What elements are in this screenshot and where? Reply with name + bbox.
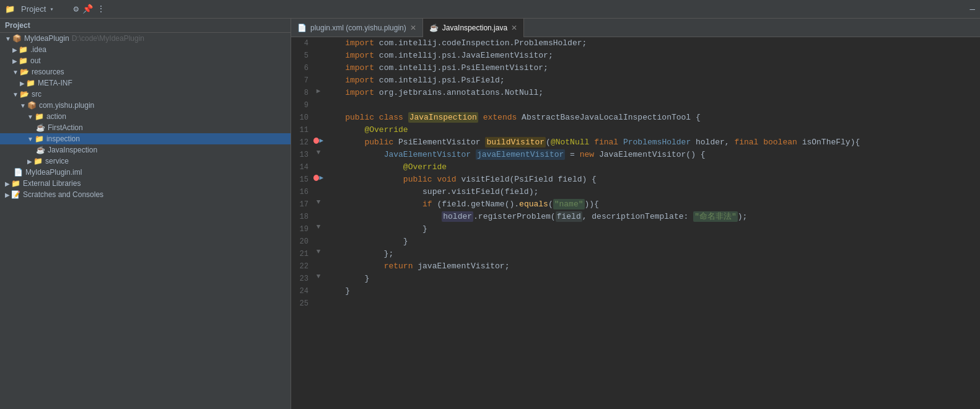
code-content: super.visitField(field); <box>323 186 980 198</box>
code-content: if (field.getName().equals("name")){ <box>323 198 980 211</box>
sidebar-item-inspection[interactable]: 📁 inspection <box>0 133 291 144</box>
minimize-button[interactable]: — <box>970 4 975 14</box>
code-editor[interactable]: 4 import com.intellij.codeInspection.Pro… <box>291 37 980 409</box>
project-label[interactable]: Project <box>21 4 46 14</box>
breakpoint-icon2[interactable] <box>313 175 319 181</box>
sidebar-item-first-action[interactable]: ☕ FirstAction <box>0 122 291 133</box>
sidebar-item-scratches[interactable]: 📝 Scratches and Consoles <box>0 189 291 200</box>
sidebar-header: Project <box>0 19 291 33</box>
code-content: } <box>323 235 980 248</box>
fold-icon3[interactable]: ▼ <box>317 198 321 206</box>
fold-icon[interactable]: ▶ <box>317 87 321 95</box>
code-content: public void visitField(PsiField field) { <box>323 174 980 186</box>
tree-arrow <box>27 136 33 143</box>
code-line-19: 19 ▼ } <box>291 223 980 235</box>
project-dropdown-icon[interactable]: ▾ <box>50 6 53 13</box>
code-line-7: 7 import com.intellij.psi.PsiField; <box>291 74 980 87</box>
sidebar-item-label: service <box>45 157 69 165</box>
more-icon[interactable]: ⋮ <box>97 4 105 14</box>
resources-folder-icon: 📂 <box>20 68 29 76</box>
tab-close-button[interactable]: ✕ <box>511 24 517 32</box>
line-number: 8 <box>291 87 313 99</box>
code-line-12: 12 ▶ public PsiElementVisitor buildVisit… <box>291 136 980 149</box>
sidebar-item-label: resources <box>32 68 64 76</box>
tabs-bar: 📄 plugin.xml (com.yishu.plugin) ✕ ☕ Java… <box>291 19 980 37</box>
sidebar-path: D:\code\MyIdeaPlugin <box>72 34 144 43</box>
sidebar-item-label: Scratches and Consoles <box>23 190 103 199</box>
line-number: 15 <box>291 174 313 186</box>
code-content: import com.intellij.psi.PsiElementVisito… <box>323 62 980 74</box>
main-content: Project 📦 MyIdeaPlugin D:\code\MyIdeaPlu… <box>0 19 980 409</box>
tree-arrow <box>27 158 32 165</box>
sidebar-item-src[interactable]: 📂 src <box>0 89 291 100</box>
sidebar-item-label: META-INF <box>38 79 72 87</box>
sidebar-item-service[interactable]: 📁 service <box>0 156 291 167</box>
line-number: 16 <box>291 186 313 198</box>
scratches-icon: 📝 <box>11 190 20 199</box>
code-line-20: 20 } <box>291 235 980 248</box>
code-line-18: 18 holder.registerProblem(field, descrip… <box>291 211 980 223</box>
folder-icon: 📁 <box>35 112 44 121</box>
code-content: JavaElementVisitor javaElementVisitor = … <box>323 149 980 161</box>
line-number: 5 <box>291 50 313 62</box>
folder-icon: 📁 <box>33 157 43 165</box>
title-bar: 📁 Project ▾ ⚙ 📌 ⋮ — <box>0 0 980 19</box>
sidebar: Project 📦 MyIdeaPlugin D:\code\MyIdeaPlu… <box>0 19 291 409</box>
sidebar-item-meta-inf[interactable]: 📁 META-INF <box>0 77 291 89</box>
sidebar-item-myideaplugin[interactable]: 📦 MyIdeaPlugin D:\code\MyIdeaPlugin <box>0 33 291 44</box>
line-number: 17 <box>291 198 313 211</box>
sidebar-item-external-libraries[interactable]: 📁 External Libraries <box>0 178 291 189</box>
line-number: 25 <box>291 297 313 310</box>
tab-java-inspection[interactable]: ☕ JavaInspection.java ✕ <box>423 19 524 37</box>
code-content: holder.registerProblem(field, descriptio… <box>323 211 980 223</box>
gutter: ▼ <box>313 248 323 255</box>
sidebar-item-label: MyIdeaPlugin.iml <box>25 168 82 177</box>
tree-arrow <box>5 35 11 42</box>
line-number: 13 <box>291 149 313 161</box>
line-number: 23 <box>291 273 313 285</box>
sidebar-item-out[interactable]: 📁 out <box>0 55 291 66</box>
fold-icon[interactable]: ▼ <box>317 149 321 156</box>
code-line-14: 14 @Override <box>291 161 980 174</box>
fold-icon5[interactable]: ▼ <box>317 248 321 255</box>
sidebar-item-label: FirstAction <box>48 123 83 132</box>
sidebar-item-java-inspection[interactable]: ☕ JavaInspection <box>0 144 291 156</box>
folder-icon: 📁 <box>19 56 28 65</box>
line-number: 11 <box>291 124 313 136</box>
gutter: ▶ <box>313 174 323 182</box>
tab-plugin-xml[interactable]: 📄 plugin.xml (com.yishu.plugin) ✕ <box>291 19 423 37</box>
line-number: 14 <box>291 161 313 174</box>
breakpoint-icon[interactable] <box>313 138 319 144</box>
tab-close-button[interactable]: ✕ <box>410 24 416 32</box>
code-content: import com.intellij.psi.PsiField; <box>323 74 980 87</box>
sidebar-item-com-yishu-plugin[interactable]: 📦 com.yishu.plugin <box>0 100 291 111</box>
fold-icon6[interactable]: ▼ <box>317 273 321 280</box>
sidebar-item-idea[interactable]: 📁 .idea <box>0 44 291 55</box>
line-number: 24 <box>291 285 313 297</box>
code-content: import com.intellij.psi.JavaElementVisit… <box>323 50 980 62</box>
debug-arrow-icon: ▶ <box>319 136 323 144</box>
line-number: 10 <box>291 112 313 124</box>
title-bar-left: 📁 Project ▾ ⚙ 📌 ⋮ <box>5 4 970 14</box>
project-icon: 📁 <box>5 4 15 14</box>
code-content: @Override <box>323 161 980 174</box>
sidebar-item-resources[interactable]: 📂 resources <box>0 66 291 77</box>
settings-icon[interactable]: ⚙ <box>74 4 79 14</box>
gutter: ▼ <box>313 198 323 206</box>
code-line-15: 15 ▶ public void visitField(PsiField fie… <box>291 174 980 186</box>
code-line-21: 21 ▼ }; <box>291 248 980 260</box>
tree-arrow <box>5 180 10 187</box>
code-content: import com.intellij.codeInspection.Probl… <box>323 37 980 50</box>
tree-arrow <box>20 102 26 109</box>
sidebar-item-iml[interactable]: 📄 MyIdeaPlugin.iml <box>0 167 291 178</box>
code-line-13: 13 ▼ JavaElementVisitor javaElementVisit… <box>291 149 980 161</box>
sidebar-item-label: JavaInspection <box>48 146 97 154</box>
pin-icon[interactable]: 📌 <box>82 4 93 14</box>
code-content: import org.jetbrains.annotations.NotNull… <box>323 87 980 99</box>
code-line-25: 25 <box>291 297 980 310</box>
line-number: 19 <box>291 223 313 235</box>
fold-icon4[interactable]: ▼ <box>317 223 321 231</box>
folder-icon: 📁 <box>19 45 28 54</box>
code-line-9: 9 <box>291 99 980 112</box>
sidebar-item-action[interactable]: 📁 action <box>0 111 291 122</box>
